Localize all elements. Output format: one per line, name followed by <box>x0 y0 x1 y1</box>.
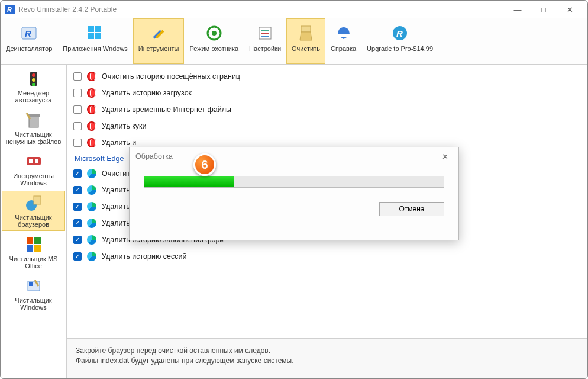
close-button[interactable]: ✕ <box>557 1 583 18</box>
uninstaller-icon: R <box>20 24 38 43</box>
app-icon: R <box>5 5 15 14</box>
svg-rect-5 <box>95 26 101 32</box>
checkbox[interactable] <box>73 105 82 114</box>
help-icon <box>334 24 353 43</box>
toolbar-label: Upgrade to Pro-$14.99 <box>367 45 433 52</box>
browsers-icon <box>24 194 43 213</box>
checkbox[interactable] <box>73 89 82 97</box>
svg-text:R: R <box>396 28 403 38</box>
svg-rect-17 <box>338 34 350 37</box>
junk-icon <box>24 111 43 130</box>
sidebar-item-autorun[interactable]: Менеджер автозапуска <box>2 66 65 107</box>
cancel-button[interactable]: Отмена <box>379 202 444 216</box>
toolbar-label: Очистить <box>292 45 320 52</box>
toolbar-uninstaller[interactable]: RДеинсталлятор <box>1 18 57 64</box>
svg-rect-26 <box>27 157 41 165</box>
progress-bar <box>144 176 444 188</box>
svg-rect-31 <box>27 237 33 244</box>
status-line: Закройте браузер перед очисткой оставлен… <box>76 346 579 355</box>
dialog-titlebar[interactable]: Обработка ✕ <box>130 147 458 165</box>
checkbox[interactable] <box>73 72 82 81</box>
edge-icon <box>86 168 97 179</box>
sidebar-item-msoffice[interactable]: Чистильщик MS Office <box>2 232 65 272</box>
sidebar-item-label: Чистильщик браузеров <box>4 214 63 228</box>
toolbar-upgrade[interactable]: RUpgrade to Pro-$14.99 <box>361 18 438 64</box>
sidebar-item-label: Чистильщик ненужных файлов <box>4 131 63 145</box>
sidebar-item-wincleaner[interactable]: Чистильщик Windows <box>2 274 65 314</box>
list-item[interactable]: Удалить куки <box>73 118 580 134</box>
list-item[interactable]: Удалить историю сессий <box>73 248 580 265</box>
dialog-title: Обработка <box>135 152 173 160</box>
toolbar-label: Приложения Wndows <box>63 45 128 52</box>
sidebar-item-browsers[interactable]: Чистильщик браузеров <box>2 191 65 231</box>
win-apps-icon <box>86 24 105 43</box>
sidebar-item-wintools[interactable]: Инструменты Windows <box>2 149 65 190</box>
hunter-icon <box>205 24 224 43</box>
sidebar: Менеджер автозапускаЧистильщик ненужных … <box>1 65 67 378</box>
svg-text:R: R <box>25 28 31 38</box>
msoffice-icon <box>24 235 43 254</box>
list-item-label: Удалить и <box>102 139 136 147</box>
sidebar-item-label: Менеджер автозапуска <box>4 89 63 104</box>
toolbar-label: Режим охотника <box>189 45 238 52</box>
svg-rect-33 <box>27 245 33 252</box>
svg-point-22 <box>32 78 35 82</box>
wintools-icon <box>24 152 43 171</box>
window-title: Revo Uninstaller 2.4.2 Portable <box>18 5 505 14</box>
sidebar-item-junk[interactable]: Чистильщик ненужных файлов <box>2 108 65 148</box>
svg-rect-7 <box>95 33 101 39</box>
toolbar-label: Деинсталлятор <box>6 45 52 52</box>
clean-icon <box>296 24 315 43</box>
svg-rect-25 <box>28 114 40 117</box>
toolbar-hunter[interactable]: Режим охотника <box>184 18 244 64</box>
toolbar-settings[interactable]: Настройки <box>244 18 286 64</box>
progress-fill <box>144 176 234 187</box>
svg-rect-28 <box>35 159 38 163</box>
checkbox[interactable] <box>73 169 82 178</box>
list-item-label: Удалить куки <box>102 122 147 130</box>
checkbox[interactable] <box>73 186 82 194</box>
checkbox[interactable] <box>73 236 82 244</box>
toolbar-label: Настройки <box>249 45 281 52</box>
svg-point-11 <box>212 31 217 36</box>
list-item[interactable]: Удалить историю загрузок <box>73 85 580 101</box>
checkbox[interactable] <box>73 252 82 261</box>
checkbox[interactable] <box>73 122 82 130</box>
svg-rect-27 <box>29 159 33 163</box>
step-badge: 6 <box>193 153 216 176</box>
list-item-label: Удалить историю загрузок <box>102 89 192 97</box>
list-item[interactable]: Очистить историю посещённых страниц <box>73 68 580 85</box>
upgrade-icon: R <box>390 24 409 43</box>
svg-text:R: R <box>7 6 12 13</box>
status-bar: Закройте браузер перед очисткой оставлен… <box>67 338 587 378</box>
list-item-label: Удалить временные Интернет файлы <box>102 105 231 114</box>
list-item[interactable]: Удалить временные Интернет файлы <box>73 101 580 118</box>
titlebar: R Revo Uninstaller 2.4.2 Portable — □ ✕ <box>1 1 587 18</box>
minimize-button[interactable]: — <box>505 1 531 18</box>
sidebar-item-label: Чистильщик Windows <box>4 297 63 311</box>
dialog-close-button[interactable]: ✕ <box>437 150 453 163</box>
toolbar-help[interactable]: Справка <box>325 18 361 64</box>
toolbar-clean[interactable]: Очистить <box>286 18 325 64</box>
svg-point-21 <box>32 73 35 77</box>
status-line: Файлы index.dat будут удалены при следую… <box>76 356 579 365</box>
checkbox[interactable] <box>73 203 82 211</box>
progress-dialog: Обработка ✕ Отмена <box>129 147 459 240</box>
toolbar-win-apps[interactable]: Приложения Wndows <box>57 18 133 64</box>
svg-rect-34 <box>34 245 41 252</box>
toolbar-label: Справка <box>331 45 356 52</box>
checkbox[interactable] <box>73 219 82 227</box>
toolbar-tools[interactable]: Инструменты <box>133 18 185 64</box>
edge-icon <box>86 235 97 245</box>
checkbox[interactable] <box>73 139 82 147</box>
maximize-button[interactable]: □ <box>531 1 557 18</box>
svg-point-23 <box>32 83 35 86</box>
settings-icon <box>256 24 274 43</box>
opera-icon <box>86 71 97 82</box>
autorun-icon <box>24 69 43 88</box>
list-item-label: Очистить историю посещённых страниц <box>102 72 240 81</box>
list-item-label: Удалить историю сессий <box>102 252 186 261</box>
edge-icon <box>86 185 97 195</box>
sidebar-item-label: Инструменты Windows <box>4 172 63 187</box>
opera-icon <box>86 104 97 115</box>
